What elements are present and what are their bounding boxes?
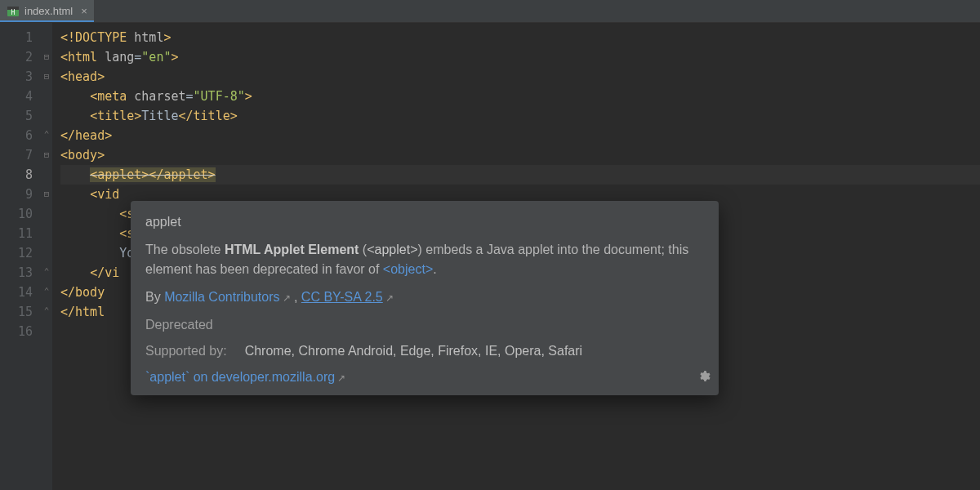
fold-column: ⊟⊟⌃⊟⊟⌃⌃⌃ [41,23,52,490]
line-number: 7 [15,145,33,165]
fold-marker [41,28,52,47]
line-number: 12 [15,243,33,263]
external-link-icon: ↗ [337,372,345,384]
fold-marker [41,87,52,106]
fold-marker[interactable]: ⊟ [41,67,52,87]
external-link-icon: ↗ [283,292,291,304]
popup-description: The obsolete HTML Applet Element (<apple… [145,240,704,279]
line-number: 9 [15,185,33,204]
code-line[interactable]: <head> [60,67,980,87]
object-tag-link[interactable]: <object> [383,262,433,276]
fold-marker[interactable]: ⌃ [41,262,52,282]
line-number: 10 [15,204,33,224]
mdn-docs-link[interactable]: `applet` on developer.mozilla.org [145,370,335,384]
external-link-icon: ↗ [385,292,394,304]
license-link[interactable]: CC BY-SA 2.5 [301,290,383,304]
fold-marker[interactable]: ⊟ [41,145,52,165]
line-number: 13 [15,263,33,283]
fold-marker[interactable]: ⊟ [41,47,52,67]
fold-marker[interactable]: ⊟ [41,185,52,204]
fold-marker [41,243,52,263]
fold-marker[interactable]: ⌃ [41,282,52,301]
popup-deprecated-label: Deprecated [145,315,704,335]
line-number-gutter: 12345678910111213141516 [0,23,41,490]
fold-marker[interactable]: ⌃ [41,301,52,321]
code-line[interactable]: <title>Title</title> [60,106,980,126]
code-line[interactable]: </head> [60,126,980,145]
fold-marker [41,224,52,243]
popup-docs-link-row: `applet` on developer.mozilla.org↗ [145,368,704,387]
contributors-link[interactable]: Mozilla Contributors [164,290,279,304]
gear-icon[interactable] [697,369,710,389]
line-number: 15 [15,302,33,322]
code-editor[interactable]: 12345678910111213141516 ⊟⊟⌃⊟⊟⌃⌃⌃ <!DOCTY… [0,23,980,490]
fold-marker [41,322,52,341]
close-icon[interactable]: × [78,5,87,17]
line-number: 11 [15,224,33,243]
tab-bar: H index.html × [0,0,980,23]
line-number: 1 [15,28,33,47]
line-number: 2 [15,47,33,67]
line-number: 6 [15,126,33,145]
code-line[interactable]: <applet></applet> [60,165,980,185]
line-number: 3 [15,67,33,87]
line-number: 14 [15,283,33,302]
line-number: 4 [15,87,33,106]
documentation-popup: applet The obsolete HTML Applet Element … [131,201,719,395]
fold-marker[interactable]: ⌃ [41,125,52,145]
popup-attribution: By Mozilla Contributors↗ , CC BY-SA 2.5↗ [145,287,704,307]
supported-by-label: Supported by: [145,341,227,361]
fold-marker [41,204,52,224]
code-line[interactable]: <html lang="en"> [60,47,980,67]
tab-label: index.html [24,5,73,17]
code-line[interactable]: <meta charset="UTF-8"> [60,87,980,106]
line-number: 8 [15,165,33,185]
fold-marker [41,165,52,185]
line-number: 5 [15,106,33,126]
tab-index-html[interactable]: H index.html × [0,0,94,22]
html-file-icon: H [7,5,20,18]
code-line[interactable]: <!DOCTYPE html> [60,28,980,47]
popup-title: applet [145,212,704,232]
fold-marker [41,106,52,126]
supported-by-value: Chrome, Chrome Android, Edge, Firefox, I… [245,341,704,361]
line-number: 16 [15,322,33,341]
popup-supported-row: Supported by: Chrome, Chrome Android, Ed… [145,341,704,361]
svg-text:H: H [11,9,16,16]
code-line[interactable]: <body> [60,145,980,165]
